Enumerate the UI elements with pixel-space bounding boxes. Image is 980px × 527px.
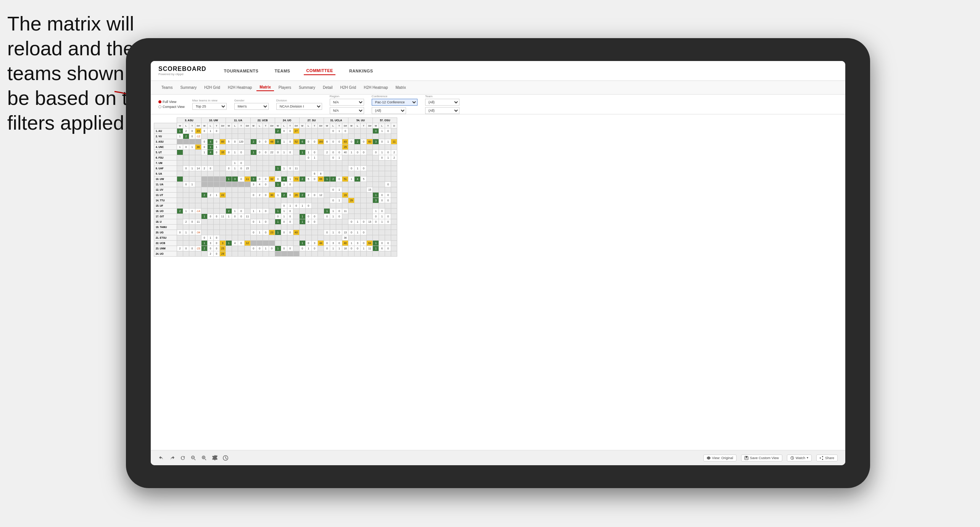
row-uo2: 24. UO 2029 [154,251,397,257]
clock-icon[interactable] [222,455,229,461]
tablet-device: SCOREBOARD Powered by clippd TOURNAMENTS… [126,38,870,488]
logo-sub: Powered by clippd [158,72,206,76]
team-filter: Team (All) (All) [425,95,459,114]
row-unc: 4. UNC 10136 011 29 [154,145,397,150]
subnav-h2h-grid[interactable]: H2H Grid [201,84,223,91]
row-au: 1. AU 12023 010 20027 010 010 [154,129,397,134]
share-button[interactable]: Share [816,455,838,461]
row-ua: 9. UA 68 [154,171,397,177]
conference-select2[interactable]: (All) [372,107,406,114]
tablet-screen: SCOREBOARD Powered by clippd TOURNAMENTS… [151,61,845,465]
row-uaf: 8. UAF 0114 20 01015 11011 010 [154,166,397,171]
row-ut: 5. UT 14035 010 10022 010 110 20040 100 … [154,150,397,155]
svg-point-4 [822,459,823,460]
compact-view-radio[interactable]: Compact View [158,105,185,109]
col-header-uw: 10. UW [201,118,226,123]
region-label: Region [330,95,364,98]
max-teams-filter: Max teams in view Top 25 Top 50 All [192,99,227,110]
subnav-matrix2[interactable]: Matrix [393,84,409,91]
row-uw: 10. UW 13011 30032 04173 25066 12051 145 [154,177,397,182]
subnav-players[interactable]: Players [276,84,294,91]
subnav-teams[interactable]: Teams [158,84,176,91]
region-select2[interactable]: N/A [330,107,364,114]
watch-label: Watch [796,456,805,460]
row-uo: 16. UO 210-14 210 110 110 11011 10 [154,209,397,214]
logo-title: SCOREBOARD [158,66,206,72]
view-radio-group: Full View Compact View [158,100,185,109]
subnav-summary2[interactable]: Summary [296,84,318,91]
row-um: 7. UM 10 [154,161,397,166]
col-header-asu: 3. ASU [177,118,201,123]
max-teams-select[interactable]: Top 25 Top 50 All [192,103,227,110]
subnav-h2h-grid2[interactable]: H2H Grid [337,84,359,91]
svg-point-3 [822,456,823,457]
save-custom-button[interactable]: Save Custom View [741,455,782,461]
corner-cell [154,118,177,123]
full-view-label: Full View [163,100,176,104]
division-select[interactable]: NCAA Division I NCAA Division II NCAA Di… [276,103,322,110]
sub-w1: W [177,123,183,129]
matrix-scroll[interactable]: 3. ASU 10. UW 11. UA 22. UCB 24. UO 27. … [154,117,842,257]
col-header-ucb: 22. UCB [250,118,275,123]
subnav-summary[interactable]: Summary [177,84,200,91]
nav-tournaments[interactable]: TOURNAMENTS [222,67,261,75]
team-select[interactable]: (All) [425,99,459,106]
team-label: Team [425,95,459,98]
subnav-h2h-heatmap[interactable]: H2H Heatmap [225,84,255,91]
full-view-dot [158,100,161,103]
row-uf: 15. UF 010 10 [154,203,397,209]
save-custom-label: Save Custom View [750,456,779,460]
region-filter: Region N/A East West N/A [330,95,364,114]
zoom-in-icon[interactable] [201,455,207,461]
undo-icon[interactable] [158,455,164,461]
matrix-area[interactable]: 3. ASU 10. UW 11. UA 22. UCB 24. UO 27. … [151,114,845,450]
subnav-matrix[interactable]: Matrix [256,84,274,91]
col-header-uo: 24. UO [275,118,299,123]
watch-button[interactable]: Watch ▾ [787,455,812,461]
view-original-button[interactable]: View: Original [703,455,737,461]
filter-bar: Full View Compact View Max teams in view… [151,95,845,114]
redo-icon[interactable] [169,455,175,461]
gender-select[interactable]: Men's Women's [234,103,269,110]
row-uv: 12. UV 01 15 [154,187,397,193]
conference-label: Conference [372,95,417,98]
team-select2[interactable]: (All) [425,107,459,114]
gender-label: Gender [234,99,269,102]
col-header-ua: 11. UA [226,118,251,123]
watch-icon [790,456,794,460]
save-icon [745,456,748,460]
col-header-uu: 54. UU [348,118,373,123]
row-u: 18. U 2011 010 100 100 01013 010 [154,219,397,225]
share-label: Share [825,456,834,460]
division-label: Division [276,99,322,102]
zoom-out-icon[interactable] [190,455,197,461]
top-nav: SCOREBOARD Powered by clippd TOURNAMENTS… [151,61,845,81]
eye-icon [707,456,711,460]
conference-select[interactable]: Pac-12 Conference (All) [372,99,417,106]
svg-point-1 [708,457,709,459]
view-original-label: View: Original [712,456,733,460]
row-git: 17. GIT 10011 10011 010 100 010 010 [154,214,397,219]
subnav-detail[interactable]: Detail [320,84,336,91]
refresh-icon[interactable] [180,455,186,461]
sub-nav: Teams Summary H2H Grid H2H Heatmap Matri… [151,81,845,95]
row-ug: 20. UG 010-34 01023 10040 01013 010 [154,230,397,235]
nav-rankings[interactable]: RANKINGS [347,67,376,75]
compact-view-label: Compact View [163,105,185,109]
col-header-su: 27. SU [299,118,324,123]
subnav-h2h-heatmap2[interactable]: H2H Heatmap [361,84,391,91]
row-etsu: 21. ETSU 010 36 [154,235,397,241]
row-unm: 23. UNM 200-23 20025 0010 100 010 01118 … [154,246,397,251]
row-asu: 3. ASU 04080 50120 20048 01052 600160 60… [154,139,397,145]
nav-teams[interactable]: TEAMS [272,67,292,75]
conference-filter: Conference Pac-12 Conference (All) (All) [372,95,417,114]
row-ut2: 13. UT 22122 02030 12026 22012 19 100 [154,193,397,198]
share-icon [820,456,824,460]
sub-header-label [154,123,177,129]
region-select[interactable]: N/A East West [330,99,364,106]
full-view-radio[interactable]: Full View [158,100,185,104]
settings-icon[interactable] [212,455,218,461]
row-ucb: 22. UCB 1303 14012 10344 03040 13064 100 [154,241,397,246]
division-filter: Division NCAA Division I NCAA Division I… [276,99,322,110]
nav-committee[interactable]: COMMITTEE [304,67,335,75]
